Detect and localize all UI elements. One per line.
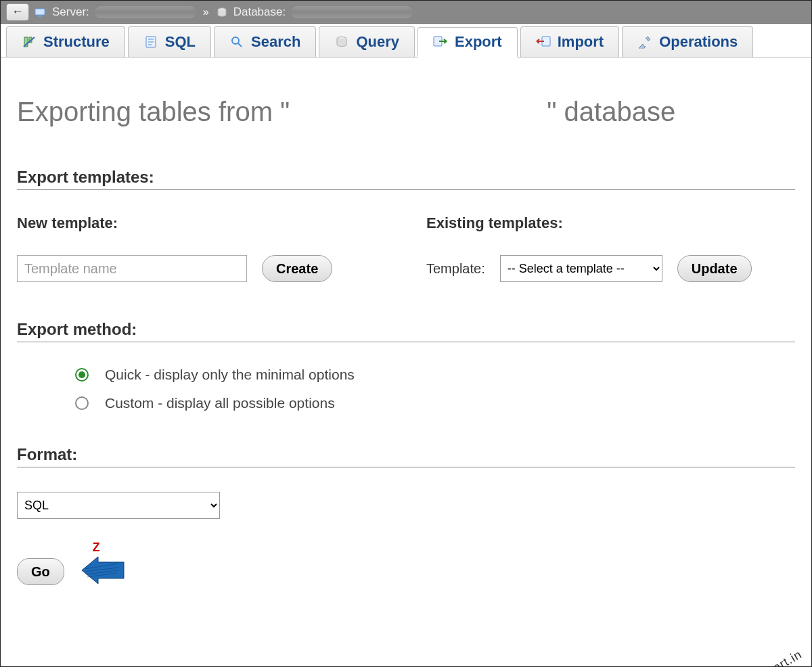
page-title-suffix: " database xyxy=(547,97,675,127)
export-templates-heading: Export templates: xyxy=(17,168,795,190)
structure-icon xyxy=(22,34,37,49)
tab-structure[interactable]: Structure xyxy=(6,26,125,57)
tab-label: Structure xyxy=(43,33,110,51)
radio-custom-label: Custom - display all possible options xyxy=(105,395,335,411)
create-button[interactable]: Create xyxy=(262,255,332,282)
svg-point-4 xyxy=(232,37,239,44)
operations-icon xyxy=(637,34,652,49)
breadcrumb-database-label[interactable]: Database: xyxy=(233,5,286,19)
query-icon xyxy=(334,34,349,49)
radio-quick-row[interactable]: Quick - display only the minimal options xyxy=(75,367,795,383)
watermark: FreeSupport.in xyxy=(719,647,805,667)
database-icon xyxy=(216,6,228,18)
svg-rect-1 xyxy=(39,16,41,17)
radio-quick-label: Quick - display only the minimal options xyxy=(105,367,355,383)
tab-label: Query xyxy=(356,33,399,51)
breadcrumb-server-label[interactable]: Server: xyxy=(52,5,89,19)
template-name-input[interactable] xyxy=(17,255,247,282)
format-select[interactable]: SQL xyxy=(17,492,220,519)
breadcrumb-bar: ← Server: » Database: xyxy=(1,1,811,24)
import-icon xyxy=(536,34,551,49)
tab-label: SQL xyxy=(165,33,196,51)
template-label: Template: xyxy=(426,261,485,277)
template-select[interactable]: -- Select a template -- xyxy=(500,255,662,282)
radio-custom-row[interactable]: Custom - display all possible options xyxy=(75,395,795,411)
update-button[interactable]: Update xyxy=(677,255,752,282)
tab-query[interactable]: Query xyxy=(319,26,415,57)
tab-label: Operations xyxy=(659,33,738,51)
export-method-heading: Export method: xyxy=(17,320,795,342)
radio-custom[interactable] xyxy=(75,396,89,410)
radio-quick[interactable] xyxy=(75,368,89,382)
back-arrow-icon: ← xyxy=(12,5,24,19)
format-heading: Format: xyxy=(17,445,795,467)
annotation-letter: Z xyxy=(93,540,100,555)
page-title-prefix: Exporting tables from " xyxy=(17,97,290,127)
existing-templates-heading: Existing templates: xyxy=(426,214,795,232)
tab-search[interactable]: Search xyxy=(214,26,316,57)
back-button[interactable]: ← xyxy=(6,3,29,21)
breadcrumb-separator: » xyxy=(202,6,210,18)
new-template-heading: New template: xyxy=(17,214,386,232)
tab-export[interactable]: Export xyxy=(418,27,518,58)
templates-row: New template: Create Existing templates:… xyxy=(17,214,795,282)
export-method-group: Quick - display only the minimal options… xyxy=(75,367,795,411)
tab-operations[interactable]: Operations xyxy=(622,26,753,57)
tab-label: Search xyxy=(251,33,300,51)
tab-bar: Structure SQL Search Query Export Import… xyxy=(1,24,811,58)
search-icon xyxy=(229,34,244,49)
export-icon xyxy=(433,34,448,49)
annotation-arrow: Z xyxy=(78,555,127,588)
svg-rect-0 xyxy=(35,9,45,15)
tab-label: Import xyxy=(558,33,604,51)
main-content: Exporting tables from "" database Export… xyxy=(1,58,811,588)
sql-icon xyxy=(143,34,158,49)
tab-sql[interactable]: SQL xyxy=(128,26,211,57)
page-title: Exporting tables from "" database xyxy=(17,97,795,127)
server-icon xyxy=(35,6,47,18)
tab-label: Export xyxy=(455,33,502,51)
go-button[interactable]: Go xyxy=(17,558,64,585)
breadcrumb-database-value-redacted xyxy=(291,6,413,18)
tab-import[interactable]: Import xyxy=(520,26,619,57)
breadcrumb-server-value-redacted xyxy=(95,6,196,18)
